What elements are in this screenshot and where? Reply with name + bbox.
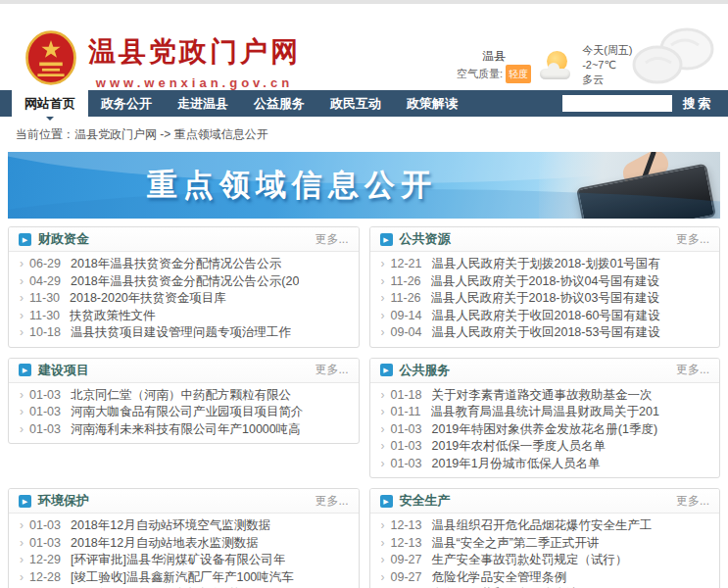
- item-title[interactable]: 生产安全事故罚款处罚规定（试行）: [431, 552, 627, 569]
- item-title[interactable]: 2018年温县扶贫资金分配情况公告公示: [71, 256, 281, 273]
- section-list: 01-03 2018年12月自动站环境空气监测数据 01-03 2018年12月…: [9, 514, 359, 588]
- chevron-bullet-icon: [20, 308, 24, 325]
- article-list-item[interactable]: 12-21 温县人民政府关于划拨2018-划拨01号国有: [381, 256, 710, 273]
- more-link[interactable]: 更多...: [315, 493, 348, 510]
- item-date: 10-18: [29, 324, 61, 342]
- section-box-0: 财政资金 更多... 06-29 2018年温县扶贫资金分配情况公告公示 04-…: [8, 226, 360, 348]
- item-title[interactable]: 温县“安全之声”第二季正式开讲: [431, 535, 599, 553]
- more-link[interactable]: 更多...: [676, 231, 709, 248]
- site-title-block[interactable]: 温县党政门户网 www.wenxian.gov.cn: [88, 33, 301, 90]
- weather-widget: 温县 空气质量: 轻度 今天(周五) -2~7℃ 多云: [457, 43, 632, 87]
- item-date: 01-11: [391, 404, 421, 421]
- article-list-item[interactable]: 09-04 温县人民政府关于收回2018-53号国有建设: [381, 324, 710, 342]
- nav-item-2[interactable]: 走进温县: [165, 90, 241, 117]
- breadcrumb: 当前位置：温县党政门户网 -> 重点领域信息公开: [0, 117, 728, 152]
- article-list-item[interactable]: 01-03 2018年12月自动站地表水监测数据: [20, 535, 349, 553]
- national-emblem-logo[interactable]: [24, 29, 78, 86]
- nav-item-0[interactable]: 网站首页: [12, 90, 88, 117]
- content-grid: 财政资金 更多... 06-29 2018年温县扶贫资金分配情况公告公示 04-…: [8, 226, 720, 588]
- item-title[interactable]: 温县人民政府关于收回2018-60号国有建设: [431, 308, 659, 325]
- item-title[interactable]: 危险化学品安全管理条例: [431, 569, 566, 587]
- item-title[interactable]: 2019年农村低保一季度人员名单: [431, 438, 606, 456]
- cloud-icon: [540, 69, 570, 79]
- article-list-item[interactable]: 11-26 温县人民政府关于2018-协议04号国有建设: [381, 273, 710, 291]
- article-list-item[interactable]: 01-03 2018年12月自动站环境空气监测数据: [20, 517, 349, 535]
- nav-item-5[interactable]: 政策解读: [394, 90, 470, 117]
- item-title[interactable]: 扶贫政策性文件: [70, 308, 156, 325]
- item-title[interactable]: 北京同仁堂（河南）中药配方颗粒有限公: [71, 387, 291, 405]
- item-title[interactable]: 河南海利未来科技有限公司年产10000吨高: [71, 421, 301, 439]
- national-emblem-icon: [24, 29, 78, 86]
- play-arrow-icon: [380, 364, 393, 376]
- chevron-bullet-icon: [381, 290, 385, 308]
- article-list-item[interactable]: 01-18 关于对李素青道路交通事故救助基金一次: [381, 387, 710, 405]
- item-title[interactable]: 温县组织召开危化品烟花爆竹安全生产工: [431, 517, 652, 535]
- item-title[interactable]: 2018年温县扶贫资金分配情况公告公示(20: [71, 273, 299, 291]
- more-link[interactable]: 更多...: [315, 231, 348, 248]
- article-list-item[interactable]: 01-03 2019年特困对象供养金发放花名册(1季度): [381, 421, 710, 439]
- article-list-item[interactable]: 12-13 温县“安全之声”第二季正式开讲: [381, 535, 710, 553]
- more-link[interactable]: 更多...: [676, 493, 709, 510]
- item-date: 11-30: [29, 308, 60, 325]
- item-title[interactable]: 2019年1月份城市低保人员名单: [431, 456, 600, 473]
- weather-condition: 多云: [582, 73, 632, 87]
- section-list: 12-21 温县人民政府关于划拨2018-划拨01号国有 11-26 温县人民政…: [370, 252, 720, 347]
- article-list-item[interactable]: 09-27 生产安全事故罚款处罚规定（试行）: [381, 552, 710, 569]
- chevron-bullet-icon: [20, 290, 24, 308]
- item-date: 09-27: [391, 552, 422, 569]
- item-title[interactable]: 2018-2020年扶贫资金项目库: [70, 290, 226, 308]
- search-button[interactable]: 搜索: [683, 95, 712, 113]
- item-title[interactable]: 温县人民政府关于2018-协议04号国有建设: [431, 273, 659, 291]
- more-link[interactable]: 更多...: [676, 362, 709, 378]
- nav-item-4[interactable]: 政民互动: [317, 90, 394, 117]
- air-quality-badge: 轻度: [506, 65, 531, 83]
- item-date: 11-26: [391, 273, 421, 291]
- item-title[interactable]: 温县扶贫项目建设管理问题专项治理工作: [71, 324, 291, 342]
- item-title[interactable]: 河南大咖食品有限公司产业园项目项目简介: [71, 404, 304, 421]
- item-title[interactable]: 关于对李素青道路交通事故救助基金一次: [431, 387, 652, 405]
- item-title[interactable]: 2019年特困对象供养金发放花名册(1季度): [431, 421, 657, 439]
- section-header: 环境保护 更多...: [9, 489, 359, 514]
- nav-item-3[interactable]: 公益服务: [241, 90, 317, 117]
- nav-item-1[interactable]: 政务公开: [88, 90, 165, 117]
- article-list-item[interactable]: 11-30 2018-2020年扶贫资金项目库: [20, 290, 349, 308]
- play-arrow-icon: [19, 495, 31, 508]
- article-list-item[interactable]: 10-18 温县扶贫项目建设管理问题专项治理工作: [20, 324, 349, 342]
- chevron-bullet-icon: [381, 456, 385, 473]
- section-box-1: 公共资源 更多... 12-21 温县人民政府关于划拨2018-划拨01号国有 …: [369, 226, 721, 348]
- article-list-item[interactable]: 09-27 危险化学品安全管理条例: [381, 569, 710, 587]
- article-list-item[interactable]: 12-13 温县组织召开危化品烟花爆竹安全生产工: [381, 517, 710, 535]
- search-input[interactable]: [562, 95, 672, 112]
- article-list-item[interactable]: 01-03 河南海利未来科技有限公司年产10000吨高: [20, 421, 349, 439]
- article-list-item[interactable]: 01-11 温县教育局温县统计局温县财政局关于201: [381, 404, 710, 421]
- article-list-item[interactable]: 09-14 温县人民政府关于收回2018-60号国有建设: [381, 308, 710, 325]
- article-list-item[interactable]: 01-03 2019年1月份城市低保人员名单: [381, 456, 710, 473]
- section-box-3: 公共服务 更多... 01-18 关于对李素青道路交通事故救助基金一次 01-1…: [369, 358, 721, 479]
- article-list-item[interactable]: 01-03 北京同仁堂（河南）中药配方颗粒有限公: [20, 387, 349, 405]
- item-date: 01-03: [29, 421, 61, 439]
- chevron-bullet-icon: [381, 324, 385, 342]
- item-title[interactable]: [竣工验收]温县鑫新汽配厂年产100吨汽车: [71, 569, 294, 587]
- more-link[interactable]: 更多...: [315, 362, 348, 378]
- item-title[interactable]: 2018年12月自动站地表水监测数据: [71, 535, 259, 553]
- chevron-bullet-icon: [381, 569, 385, 587]
- item-title[interactable]: 温县人民政府关于收回2018-53号国有建设: [431, 324, 659, 342]
- item-title[interactable]: 2018年12月自动站环境空气监测数据: [71, 517, 270, 535]
- article-list-item[interactable]: 04-29 2018年温县扶贫资金分配情况公告公示(20: [20, 273, 349, 291]
- item-title[interactable]: 温县人民政府关于2018-协议03号国有建设: [431, 290, 659, 308]
- item-title[interactable]: [环评审批]温县华润煤矿设备有限公司年: [71, 552, 285, 569]
- article-list-item[interactable]: 12-28 [竣工验收]温县鑫新汽配厂年产100吨汽车: [20, 569, 349, 587]
- play-arrow-icon: [19, 364, 31, 376]
- item-title[interactable]: 温县教育局温县统计局温县财政局关于201: [431, 404, 659, 421]
- article-list-item[interactable]: 01-03 2019年农村低保一季度人员名单: [381, 438, 710, 456]
- article-list-item[interactable]: 06-29 2018年温县扶贫资金分配情况公告公示: [20, 256, 349, 273]
- article-list-item[interactable]: 11-30 扶贫政策性文件: [20, 308, 349, 325]
- article-list-item[interactable]: 12-29 [环评审批]温县华润煤矿设备有限公司年: [20, 552, 349, 569]
- section-box-4: 环境保护 更多... 01-03 2018年12月自动站环境空气监测数据 01-…: [8, 488, 360, 588]
- item-date: 12-13: [391, 535, 422, 553]
- article-list-item[interactable]: 01-03 河南大咖食品有限公司产业园项目项目简介: [20, 404, 349, 421]
- site-title: 温县党政门户网: [88, 33, 301, 71]
- item-date: 01-03: [29, 535, 61, 553]
- item-title[interactable]: 温县人民政府关于划拨2018-划拨01号国有: [431, 256, 659, 273]
- article-list-item[interactable]: 11-26 温县人民政府关于2018-协议03号国有建设: [381, 290, 710, 308]
